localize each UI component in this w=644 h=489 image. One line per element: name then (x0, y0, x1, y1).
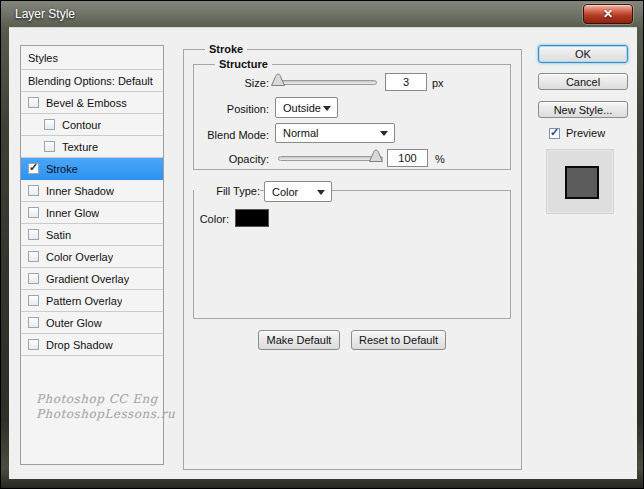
blend-mode-dropdown[interactable]: Normal (275, 123, 395, 143)
cancel-label: Cancel (566, 76, 600, 88)
blend-mode-value: Normal (283, 127, 318, 139)
watermark-line1: Photoshop CC Eng (36, 392, 164, 407)
opacity-input[interactable] (387, 149, 428, 167)
sidebar-item-stroke[interactable]: Stroke (21, 158, 163, 180)
sidebar-item-inner-glow[interactable]: Inner Glow (21, 202, 163, 224)
outer-glow-checkbox[interactable] (28, 317, 39, 328)
new-style-button[interactable]: New Style... (538, 101, 628, 118)
preview-thumbnail-panel (546, 149, 614, 214)
inner-shadow-checkbox[interactable] (28, 185, 39, 196)
position-label: Position: (194, 103, 269, 115)
style-item-label: Drop Shadow (46, 339, 113, 351)
chevron-down-icon (380, 131, 388, 136)
sidebar-item-satin[interactable]: Satin (21, 224, 163, 246)
style-item-label: Texture (62, 141, 98, 153)
fill-type-dropdown[interactable]: Color (264, 181, 332, 202)
fill-type-group: Fill Type: Color Color: (193, 190, 511, 319)
sidebar-item-drop-shadow[interactable]: Drop Shadow (21, 334, 163, 356)
styles-header[interactable]: Styles (21, 46, 163, 70)
texture-checkbox[interactable] (44, 141, 55, 152)
window-title: Layer Style (15, 7, 75, 21)
layer-style-dialog: Layer Style ✕ Styles Blending Options: D… (0, 0, 644, 489)
contour-checkbox[interactable] (44, 119, 55, 130)
size-input[interactable] (385, 73, 427, 91)
style-item-label: Satin (46, 229, 71, 241)
sidebar-item-blending-options[interactable]: Blending Options: Default (21, 70, 163, 92)
size-label: Size: (194, 77, 269, 89)
watermark: Photoshop CC Eng PhotoshopLessons.ru (36, 392, 164, 422)
sidebar-item-gradient-overlay[interactable]: Gradient Overlay (21, 268, 163, 290)
sidebar-item-contour[interactable]: Contour (21, 114, 163, 136)
fill-type-label: Fill Type: (194, 185, 260, 197)
drop-shadow-checkbox[interactable] (28, 339, 39, 350)
styles-header-label: Styles (28, 52, 58, 64)
blending-options-label: Blending Options: Default (28, 75, 153, 87)
make-default-button[interactable]: Make Default (258, 330, 340, 350)
style-item-label: Gradient Overlay (46, 273, 129, 285)
sidebar-item-color-overlay[interactable]: Color Overlay (21, 246, 163, 268)
color-overlay-checkbox[interactable] (28, 251, 39, 262)
watermark-line2: PhotoshopLessons.ru (36, 407, 164, 422)
stroke-group-title: Stroke (205, 43, 247, 55)
preview-checkbox-row[interactable]: Preview (549, 127, 605, 139)
stroke-checkbox[interactable] (28, 163, 39, 174)
reset-to-default-label: Reset to Default (359, 334, 438, 346)
chevron-down-icon (323, 106, 331, 111)
fill-type-value: Color (272, 186, 298, 198)
style-item-label: Pattern Overlay (46, 295, 122, 307)
style-item-label: Outer Glow (46, 317, 102, 329)
gradient-overlay-checkbox[interactable] (28, 273, 39, 284)
pattern-overlay-checkbox[interactable] (28, 295, 39, 306)
sidebar-item-bevel-emboss[interactable]: Bevel & Emboss (21, 92, 163, 114)
chevron-down-icon (317, 190, 325, 195)
sidebar-item-texture[interactable]: Texture (21, 136, 163, 158)
make-default-label: Make Default (267, 334, 332, 346)
ok-label: OK (575, 48, 591, 60)
size-slider-thumb[interactable] (270, 73, 286, 87)
color-label: Color: (194, 213, 229, 225)
opacity-slider-thumb[interactable] (368, 149, 384, 163)
sidebar-item-outer-glow[interactable]: Outer Glow (21, 312, 163, 334)
style-item-label: Color Overlay (46, 251, 113, 263)
inner-glow-checkbox[interactable] (28, 207, 39, 218)
reset-to-default-button[interactable]: Reset to Default (351, 330, 446, 350)
position-value: Outside (283, 102, 321, 114)
style-item-label: Stroke (46, 163, 78, 175)
structure-legend: Structure (215, 58, 272, 70)
sidebar-item-inner-shadow[interactable]: Inner Shadow (21, 180, 163, 202)
structure-group: Size: px Position: Outside Blend Mode: N… (193, 64, 511, 170)
close-icon: ✕ (603, 8, 613, 20)
position-dropdown[interactable]: Outside (275, 97, 338, 118)
close-button[interactable]: ✕ (583, 4, 633, 24)
opacity-unit: % (435, 153, 445, 165)
titlebar[interactable]: Layer Style ✕ (1, 1, 643, 27)
style-item-label: Contour (62, 119, 101, 131)
satin-checkbox[interactable] (28, 229, 39, 240)
opacity-label: Opacity: (194, 153, 269, 165)
style-item-label: Bevel & Emboss (46, 97, 127, 109)
cancel-button[interactable]: Cancel (538, 73, 628, 90)
size-slider-track[interactable] (274, 80, 377, 85)
styles-list-panel: Styles Blending Options: Default Bevel &… (20, 45, 164, 465)
style-item-label: Inner Glow (46, 207, 99, 219)
blend-mode-label: Blend Mode: (194, 129, 269, 141)
size-unit: px (432, 77, 444, 89)
style-item-label: Inner Shadow (46, 185, 114, 197)
preview-label: Preview (566, 127, 605, 139)
preview-checkbox[interactable] (549, 128, 560, 139)
new-style-label: New Style... (554, 104, 613, 116)
bevel-emboss-checkbox[interactable] (28, 97, 39, 108)
stroke-color-swatch[interactable] (235, 209, 269, 227)
preview-swatch (565, 166, 599, 199)
dialog-content: Styles Blending Options: Default Bevel &… (9, 27, 637, 479)
sidebar-item-pattern-overlay[interactable]: Pattern Overlay (21, 290, 163, 312)
ok-button[interactable]: OK (538, 45, 628, 63)
